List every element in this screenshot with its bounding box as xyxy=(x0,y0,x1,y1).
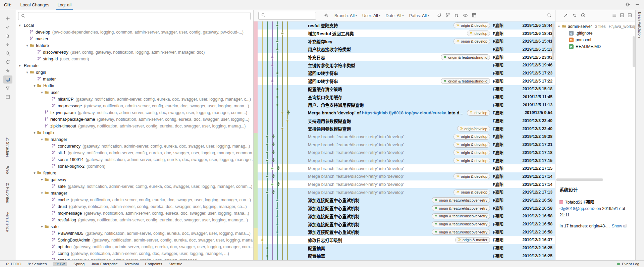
branch-label[interactable]: origin & feature/discover-retry xyxy=(432,221,490,227)
commit-row[interactable]: Merge branch 'develop' of https://gitlab… xyxy=(254,109,555,117)
branch-tree-item[interactable]: discover-retry(user, config, gateway, no… xyxy=(15,49,253,56)
monitor-tool-button[interactable] xyxy=(3,75,12,84)
branch-tree-item[interactable]: string-id(user, common) xyxy=(15,56,253,62)
tool-window-button-persistence[interactable]: Persistence xyxy=(6,212,10,232)
check-tool-button[interactable] xyxy=(3,23,12,31)
branch-tree-item[interactable]: ▼manager xyxy=(15,190,253,197)
branch-tree-item[interactable]: ▼feature xyxy=(15,42,253,49)
star-tool-button[interactable] xyxy=(3,67,12,75)
branch-tree-item[interactable]: safe(gateway, notification, admin-server… xyxy=(15,183,253,190)
branch-label[interactable]: develop xyxy=(467,31,490,36)
commit-row[interactable]: Merge branch 'feature/discover-retry' in… xyxy=(254,172,555,180)
filter-branch[interactable]: Branch:All▾ xyxy=(334,13,357,18)
branch-tree-item[interactable]: sonar-190914(gateway, notification, admi… xyxy=(15,156,253,163)
branch-tree-item[interactable]: master xyxy=(15,76,253,83)
gear-button[interactable] xyxy=(324,13,329,19)
branch-tree-item[interactable]: mq-message(gateway, notification, admin-… xyxy=(15,103,253,109)
commit-row[interactable]: 用户、角色支持通用模糊查询F嘉阳2019/12/5 11:13 xyxy=(254,101,555,109)
files-vertical-scrollbar[interactable] xyxy=(633,36,635,67)
branch-label[interactable]: origin & develop xyxy=(453,39,490,44)
chevron-down-icon[interactable]: ▼ xyxy=(25,71,30,74)
chevron-down-icon[interactable]: ▼ xyxy=(40,178,44,181)
chevron-down-icon[interactable]: ▼ xyxy=(17,24,22,27)
commit-row[interactable]: 添加连接配置中心重试机制origin & feature/discover-re… xyxy=(254,212,555,220)
chevron-down-icon[interactable]: ▼ xyxy=(40,192,44,195)
chevron-down-icon[interactable]: ▼ xyxy=(17,64,22,67)
commit-row[interactable]: Merge branch 'feature/discover-retry' in… xyxy=(254,149,555,157)
branch-tree-item[interactable]: mq-message(gateway, notification, admin-… xyxy=(15,210,253,217)
log-scrollbar[interactable] xyxy=(552,23,554,60)
branch-label[interactable]: origin/develop xyxy=(457,126,490,131)
files-horizontal-scrollbar[interactable] xyxy=(556,178,603,181)
commit-row[interactable]: Merge branch 'feature/discover-retry' in… xyxy=(254,164,555,172)
statusbar-item-statistic[interactable]: Statistic xyxy=(169,262,182,266)
branch-tree-item[interactable]: sonar-bugfix-2(common) xyxy=(15,163,253,170)
branch-label[interactable]: develop xyxy=(467,110,490,116)
branch-tree-item[interactable]: ▼bugfix xyxy=(15,129,253,136)
statusbar-item-8-services[interactable]: 8: Services xyxy=(28,262,47,266)
commit-row[interactable]: 添加连接配置中心重试机制origin & feature/discover-re… xyxy=(254,204,555,212)
commit-row[interactable]: Merge branch 'feature/discover-retry' in… xyxy=(254,180,555,189)
commit-row[interactable]: 支持通用参数模糊查询F嘉阳2019/12/3 22:40 xyxy=(254,117,555,125)
branch-tree-item[interactable]: ▼manager xyxy=(15,136,253,143)
changed-files-root-row[interactable]: ▼ admin-server 3 files F:\java_worksp... xyxy=(555,23,635,30)
tool-window-button-2-favorites[interactable]: 2: Favorites xyxy=(6,183,10,203)
branch-tree-item[interactable]: zipkin-timeout(gateway, notification, ad… xyxy=(15,123,253,129)
chevron-down-icon[interactable]: ▼ xyxy=(40,138,44,141)
refresh-button[interactable] xyxy=(437,13,442,19)
branch-tree-item[interactable]: concurrency(gateway, notification, admin… xyxy=(15,143,253,150)
branch-tree-item[interactable]: hikariCP(gateway, notification, admin-se… xyxy=(15,96,253,103)
arrow-down-tool-button[interactable] xyxy=(3,41,12,49)
clock-button[interactable] xyxy=(581,13,586,19)
changed-file-row[interactable]: mpom.xml xyxy=(555,37,635,43)
tab-log-all[interactable]: Log: all xyxy=(53,0,75,10)
branch-label[interactable]: origin & develop xyxy=(453,190,490,195)
tab-local-changes[interactable]: Local Changes xyxy=(16,0,53,10)
branch-tree-item[interactable]: ▼Hotfix xyxy=(15,83,253,89)
chevron-down-icon[interactable]: ▼ xyxy=(32,171,37,175)
statusbar-item-6-todo[interactable]: 6: TODO xyxy=(6,262,21,266)
commit-row[interactable]: resful 登陆支持origin & developF嘉阳2019/12/6 … xyxy=(254,21,555,30)
branch-label[interactable]: origin & feature/string-id xyxy=(441,54,490,60)
commit-row[interactable]: 修改日志打印级别origin & masterF嘉阳2019/12/2 16:3… xyxy=(254,236,555,244)
branch-tree-item[interactable]: ▼Remote xyxy=(15,62,253,69)
statusbar-item-spring[interactable]: Spring xyxy=(73,262,85,266)
changed-file-row[interactable]: g.gitignore xyxy=(555,30,635,37)
branch-label[interactable]: origin & feature/string-id xyxy=(441,78,490,84)
commit-row[interactable]: Merge branch 'feature/discover-retry' in… xyxy=(254,188,555,196)
trash-tool-button[interactable] xyxy=(3,32,12,40)
commit-row[interactable]: 补充日志origin & feature/string-idF嘉阳2019/12… xyxy=(254,53,555,61)
branch-tree-item[interactable]: druid(gateway, notification, admin-serve… xyxy=(15,203,253,210)
gear-button[interactable] xyxy=(625,2,630,8)
show-all-link[interactable]: Show all xyxy=(612,224,627,228)
branch-tree-item[interactable]: master xyxy=(15,36,253,42)
commit-row[interactable]: 添加连接配置中心重试机制origin & feature/discover-re… xyxy=(254,196,555,204)
commit-row[interactable]: 返回ID转字符串origin & feature/string-idF嘉阳201… xyxy=(254,77,555,85)
sort-button[interactable] xyxy=(454,13,459,19)
branch-label[interactable]: origin & develop xyxy=(453,150,490,155)
commit-row[interactable]: 配置缓存清空策略F嘉阳2019/12/5 15:18 xyxy=(254,85,555,93)
filter-tool-button[interactable] xyxy=(3,84,12,92)
commit-row[interactable]: 添加连接配置中心重试机制origin & feature/discover-re… xyxy=(254,228,555,236)
branch-tree-item[interactable]: PBEWithMD5(gateway, notification, admin-… xyxy=(15,230,253,237)
branch-tree-item[interactable]: restful-log(gateway, notification, admin… xyxy=(15,217,253,223)
dock-tool-button[interactable] xyxy=(3,93,12,101)
branch-button[interactable] xyxy=(445,13,450,19)
commit-row[interactable]: 查询接口使用缓存F嘉阳2019/12/5 11:45 xyxy=(254,93,555,101)
branch-label[interactable]: origin & develop xyxy=(453,22,490,28)
commit-row[interactable]: 主键传参使用字符串类型F嘉阳2019/12/5 19:46 xyxy=(254,61,555,69)
commit-row[interactable]: 返回ID转字符串F嘉阳2019/12/5 17:23 xyxy=(254,69,555,77)
commit-row[interactable]: 补充缓存keyorigin & developF嘉阳2019/12/6 15:4… xyxy=(254,37,555,45)
branches-search-input[interactable] xyxy=(28,14,248,18)
search-tool-button[interactable] xyxy=(3,49,12,57)
branch-tree-item[interactable]: ▼safe xyxy=(15,223,253,230)
branch-tree-item[interactable]: config(gateway, notification, admin-serv… xyxy=(15,250,253,257)
statusbar-item-endpoints[interactable]: Endpoints xyxy=(145,262,162,266)
commit-row[interactable]: Merge branch 'feature/discover-retry' in… xyxy=(254,133,555,141)
tool-window-button-bean-validation[interactable]: Bean Validation xyxy=(638,12,642,38)
branch-tree-item[interactable]: cache(gateway, notification, admin-serve… xyxy=(15,197,253,203)
statusbar-item-java-enterprise[interactable]: Java Enterprise xyxy=(91,262,118,266)
branch-tree-item[interactable]: sit-1(gateway, notification, admin-serve… xyxy=(15,150,253,156)
commit-row[interactable]: 用户状态接收字符类型F嘉阳2019/12/6 15:13 xyxy=(254,45,555,53)
filter-date[interactable]: Date:All▾ xyxy=(386,13,404,18)
